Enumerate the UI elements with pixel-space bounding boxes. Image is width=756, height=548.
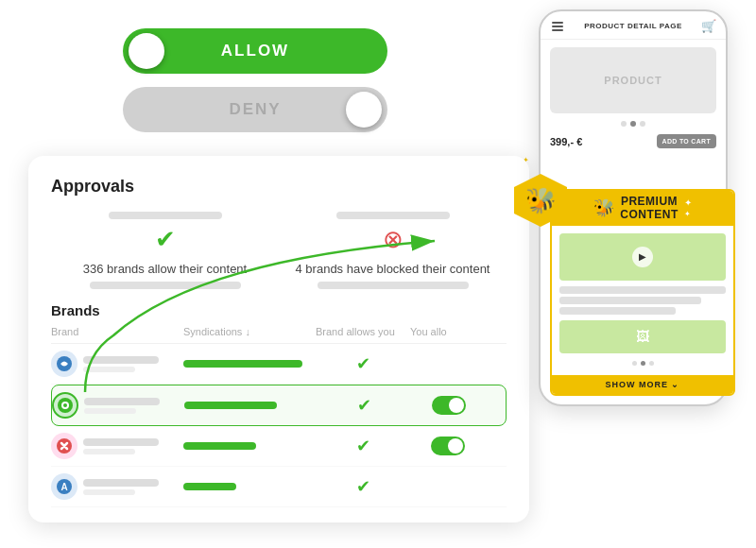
stat-deny-text: 4 brands have blocked their content [296, 262, 490, 276]
allow-toggle-label: ALLOW [221, 42, 289, 60]
phone-carousel-dots [541, 121, 726, 127]
play-button[interactable]: ▶ [632, 247, 653, 267]
premium-video-thumbnail: ▶ [559, 233, 726, 281]
table-row: ✔ [51, 426, 507, 467]
mini-toggle-knob [448, 438, 463, 454]
deny-toggle-knob [346, 92, 382, 128]
add-to-cart-button[interactable]: ADD TO CART [657, 134, 716, 148]
menu-line [552, 22, 563, 24]
premium-content-box: 🐝 PREMIUMCONTENT ✦ ✦ ▶ 🖼 SHOW MORE ⌄ [550, 189, 735, 396]
brands-section: Brands Brand Syndications ↓ Brand allows… [51, 302, 507, 507]
mini-toggle-knob [449, 398, 464, 413]
brand-sub-placeholder [83, 367, 135, 372]
you-allow-col [411, 396, 487, 415]
bee-badge: 🐝 [512, 172, 569, 229]
brand-avatar [52, 392, 78, 419]
allows-icon: ✔ [316, 476, 410, 497]
allow-toggle[interactable]: ALLOW [123, 28, 387, 74]
stat-allow-bar2 [90, 282, 241, 289]
brand-name-placeholder [83, 356, 159, 364]
phone-product-image: PRODUCT [550, 47, 716, 113]
deny-toggle[interactable]: DENY [123, 87, 387, 132]
brand-sub-placeholder [83, 489, 135, 495]
col-brand-header: Brand [51, 326, 183, 337]
stat-deny-block: ⊗ 4 brands have blocked their content [279, 212, 507, 289]
allows-icon: ✔ [316, 436, 410, 456]
show-more-button[interactable]: SHOW MORE ⌄ [552, 375, 733, 394]
premium-dot [649, 361, 654, 366]
stat-deny-bar2 [318, 282, 469, 289]
brand-info [84, 398, 184, 414]
brand-sub-placeholder [84, 408, 136, 414]
premium-image-thumbnail: 🖼 [559, 320, 726, 353]
sparkles-area: ✦ ✦ [684, 197, 692, 218]
stat-allow-block: ✔ 336 brands allow their content [51, 212, 279, 289]
mini-toggle[interactable] [431, 437, 465, 455]
premium-dot-active [641, 361, 645, 366]
table-header: Brand Syndications ↓ Brand allows you Yo… [51, 326, 507, 344]
brand-sub-placeholder [83, 449, 135, 454]
col-syndications-header: Syndications ↓ [183, 326, 316, 337]
premium-title: PREMIUMCONTENT [620, 195, 679, 222]
hamburger-icon [550, 20, 565, 33]
brand-info [83, 438, 183, 454]
text-block-line [559, 297, 701, 304]
you-allow-col [410, 437, 486, 455]
premium-dot [632, 361, 637, 366]
syndication-bar [183, 360, 302, 368]
bee-icon: 🐝 [593, 197, 614, 218]
brand-name-placeholder [84, 398, 160, 405]
text-block-line [559, 307, 676, 315]
cart-icon: 🛒 [701, 19, 716, 33]
approvals-card: Approvals ✔ 336 brands allow their conte… [28, 156, 529, 522]
carousel-dot [621, 121, 627, 127]
brand-avatar [51, 351, 77, 377]
brand-name-placeholder [83, 479, 159, 487]
menu-line [552, 29, 563, 31]
premium-header: 🐝 PREMIUMCONTENT ✦ ✦ [552, 191, 733, 226]
toggles-area: ALLOW DENY [123, 28, 387, 132]
menu-line [552, 26, 563, 27]
allows-icon: ✔ [316, 353, 410, 374]
phone-header-title: PRODUCT DETAIL PAGE [584, 22, 682, 30]
svg-point-3 [63, 403, 67, 407]
brand-name-placeholder [83, 438, 159, 446]
syndication-bar-container [183, 483, 316, 490]
approvals-title: Approvals [51, 177, 507, 197]
col-you-header: You allo [410, 326, 486, 337]
syndication-bar-container [184, 402, 317, 409]
stat-allow-text: 336 brands allow their content [83, 262, 247, 276]
brand-info [83, 356, 183, 372]
syndication-bar [184, 402, 277, 409]
allows-icon: ✔ [317, 395, 411, 416]
text-block-line [559, 286, 726, 294]
deny-toggle-label: DENY [229, 100, 281, 119]
phone-header: PRODUCT DETAIL PAGE 🛒 [541, 11, 726, 40]
premium-carousel-dots [559, 359, 726, 368]
brand-info [83, 479, 183, 495]
syndication-bar [183, 442, 256, 450]
table-row: ✔ [51, 385, 507, 426]
carousel-dot [640, 121, 645, 127]
allow-toggle-knob [129, 33, 164, 69]
carousel-dot-active [630, 121, 636, 127]
phone-product-label: PRODUCT [604, 75, 662, 86]
sparkle-icon: ✦ [684, 210, 692, 218]
brands-title: Brands [51, 302, 507, 318]
deny-block-icon: ⊗ [383, 225, 404, 254]
brand-avatar: A [51, 473, 77, 500]
syndication-bar [183, 483, 236, 490]
col-allows-header: Brand allows you [316, 326, 410, 337]
allow-check-icon: ✔ [155, 225, 176, 254]
stat-deny-bar [336, 212, 450, 219]
syndication-bar-container [183, 360, 316, 368]
svg-text:A: A [60, 482, 67, 492]
brand-avatar [51, 433, 77, 459]
table-row: A ✔ [51, 467, 507, 507]
phone-price-row: 399,- € ADD TO CART [541, 130, 726, 152]
mini-toggle[interactable] [432, 396, 466, 415]
approvals-stats: ✔ 336 brands allow their content ⊗ 4 bra… [51, 212, 507, 289]
stat-allow-bar [109, 212, 222, 219]
phone-price: 399,- € [550, 136, 582, 147]
bee-emoji: 🐝 [525, 186, 556, 215]
